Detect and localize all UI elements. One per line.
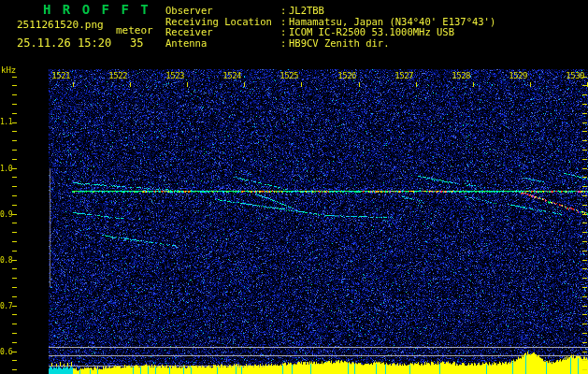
freq-tick-label: 0.9: [0, 210, 12, 219]
spectrogram-canvas: [0, 0, 588, 374]
info-label: Observer: [165, 6, 280, 17]
time-tick-label: 1522: [105, 71, 127, 80]
info-value: HB9CV Zenith dir.: [289, 37, 389, 49]
info-value: JL2TBB: [289, 5, 324, 16]
info-separator: :: [280, 6, 289, 17]
info-label: Antenna: [165, 38, 280, 50]
time-tick-label: 1523: [162, 71, 184, 80]
time-tick-label: 1521: [48, 71, 70, 80]
time-tick-label: 1528: [448, 71, 470, 80]
station-info: Observer:JL2TBB Receiving Location:Hamam…: [165, 6, 495, 50]
freq-tick-label: 0.7: [0, 302, 12, 310]
hrofft-screen: H R O F F T 2511261520.png meteor 25.11.…: [0, 0, 588, 374]
time-tick-label: 1526: [334, 71, 356, 80]
freq-tick-label: 1.0: [0, 165, 12, 173]
freq-tick-label: 0.6: [0, 348, 12, 356]
info-separator: :: [280, 38, 289, 50]
freq-tick-label: 0.8: [0, 256, 12, 265]
time-tick-label: 1527: [391, 71, 413, 80]
output-filename: 2511261520.png: [17, 20, 104, 30]
time-tick-label: 1530: [562, 71, 584, 80]
time-tick-label: 1525: [276, 71, 298, 80]
observation-datetime: 25.11.26 15:20: [17, 37, 111, 49]
observation-mode: meteor: [116, 25, 153, 36]
info-value: Hamamatsu, Japan (N34°40' E137°43'): [289, 16, 495, 27]
time-tick-label: 1524: [219, 71, 241, 80]
freq-tick-label: 1.1: [0, 118, 12, 126]
time-tick-label: 1529: [505, 71, 527, 80]
echo-count: 35: [130, 37, 143, 49]
info-row-antenna: Antenna:HB9CV Zenith dir.: [165, 38, 495, 50]
info-value: ICOM IC-R2500 53.1000MHz USB: [289, 26, 454, 37]
app-logo: H R O F F T: [43, 3, 151, 16]
freq-axis-unit-label: kHz: [1, 66, 16, 75]
